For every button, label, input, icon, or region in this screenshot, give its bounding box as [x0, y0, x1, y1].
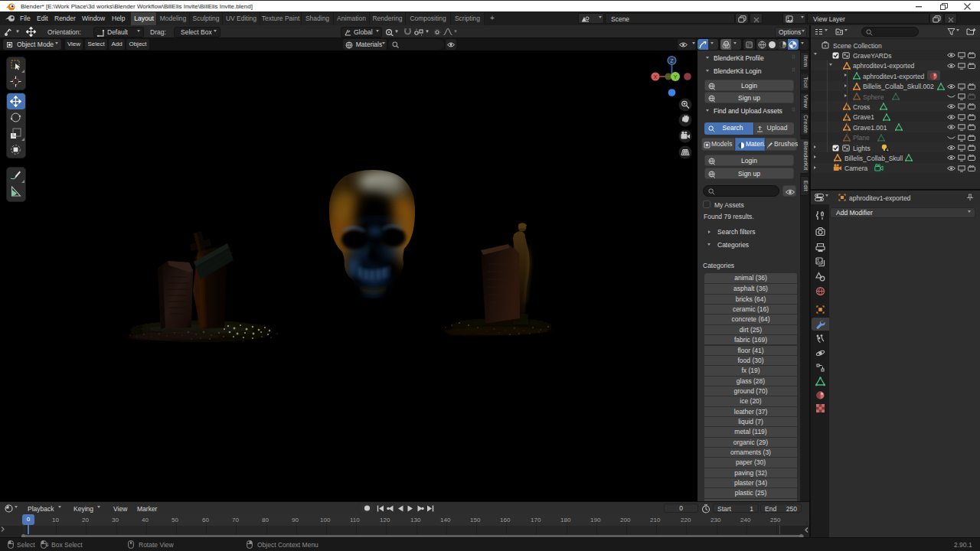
svg-text:Y: Y — [673, 73, 677, 80]
svg-text:Z: Z — [670, 58, 674, 64]
svg-text:4: 4 — [886, 148, 888, 152]
svg-text:X: X — [653, 73, 657, 80]
